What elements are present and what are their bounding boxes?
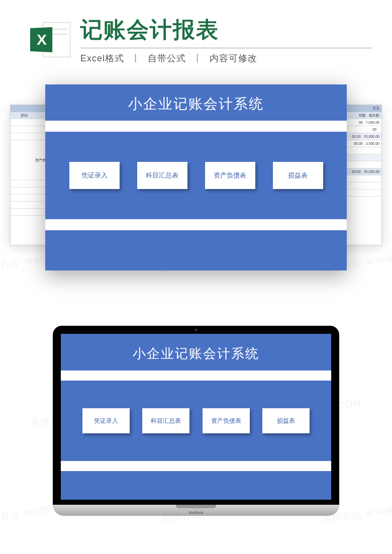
account-summary-button[interactable]: 科目汇总表: [137, 162, 187, 189]
cell: 00.00: [354, 142, 363, 145]
cell: 7,000.00: [366, 121, 379, 124]
sub-format: Excel格式: [80, 53, 124, 63]
cell: 25,000.00: [364, 135, 379, 138]
cell: 00.00: [352, 135, 361, 138]
col-header: 期末数: [369, 113, 379, 118]
balance-sheet-button[interactable]: 资产负债表: [205, 162, 255, 189]
excel-icon: X: [30, 20, 70, 60]
camera-icon: [195, 329, 198, 331]
voucher-entry-button[interactable]: 凭证录入: [82, 408, 130, 433]
cell: 35,500.00: [364, 170, 379, 173]
template-main-card: 小企业记账会计系统 凭证录入 科目汇总表 资产负债表 损益表: [45, 84, 347, 270]
laptop-screen-frame: 小企业记账会计系统 凭证录入 科目汇总表 资产负债表 损益表: [53, 326, 339, 505]
voucher-entry-button[interactable]: 凭证录入: [69, 162, 120, 189]
income-statement-button[interactable]: 损益表: [262, 408, 310, 433]
laptop-mockup: 小企业记账会计系统 凭证录入 科目汇总表 资产负债表 损益表 MacBook: [0, 326, 392, 516]
preview-stack: 类别 资产类 万元 初数 期末数 007,000.00 00 00.0025,0…: [0, 84, 392, 286]
account-summary-button[interactable]: 科目汇总表: [142, 408, 189, 433]
page-subtitle: Excel格式 丨 自带公式 丨 内容可修改: [80, 48, 372, 64]
page-title: 记账会计报表: [80, 15, 372, 45]
cell: 3,500.00: [366, 142, 379, 145]
col-header: 初数: [359, 113, 366, 118]
laptop-screen: 小企业记账会计系统 凭证录入 科目汇总表 资产负债表 损益表: [61, 334, 331, 500]
cell: 00: [359, 121, 363, 124]
income-statement-button[interactable]: 损益表: [273, 162, 323, 189]
system-title: 小企业记账会计系统: [45, 84, 347, 121]
cell: 00.00: [352, 170, 361, 173]
balance-sheet-button[interactable]: 资产负债表: [203, 408, 250, 433]
laptop-brand: MacBook: [53, 511, 339, 514]
laptop-base: MacBook: [53, 505, 339, 516]
system-title: 小企业记账会计系统: [61, 334, 331, 371]
excel-x-badge: X: [30, 27, 53, 52]
sub-editable: 内容可修改: [210, 53, 257, 63]
page-header: X 记账会计报表 Excel格式 丨 自带公式 丨 内容可修改: [0, 0, 392, 69]
cell: 00: [372, 128, 376, 131]
sub-formula: 自带公式: [148, 53, 186, 63]
